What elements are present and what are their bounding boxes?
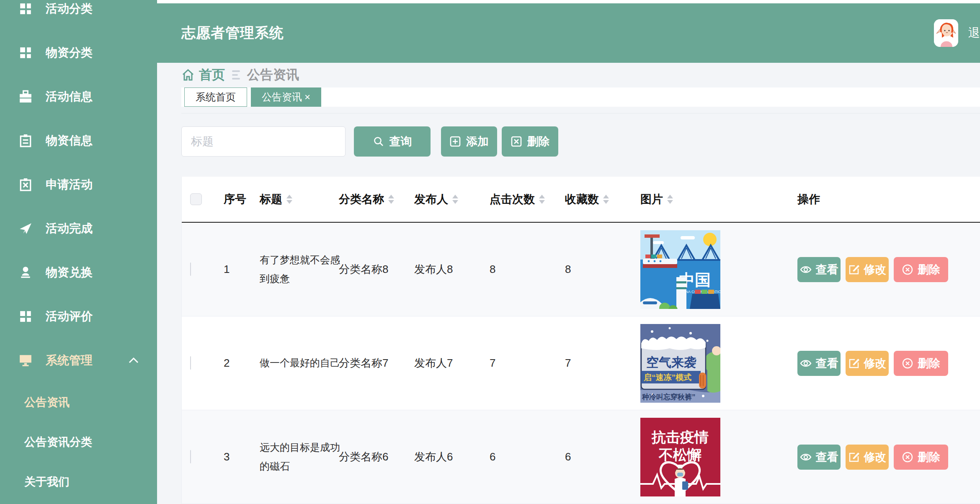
circle-x-icon (902, 264, 913, 275)
grid-icon (19, 46, 32, 59)
breadcrumb-separator-icon (232, 70, 240, 80)
query-button[interactable]: 查询 (354, 126, 431, 157)
cell-clicks: 8 (485, 263, 560, 276)
home-icon (181, 68, 195, 82)
col-header-category[interactable]: 分类名称 (334, 192, 409, 207)
tab-announcements[interactable]: 公告资讯 × (251, 87, 321, 107)
cell-index: 1 (219, 263, 255, 276)
page-title: 志愿者管理系统 (181, 23, 284, 43)
breadcrumb: 首页 公告资讯 (157, 63, 980, 87)
row-checkbox[interactable] (190, 262, 191, 276)
sidebar-item-label: 物资兑换 (46, 265, 93, 280)
sidebar-item-label: 活动分类 (46, 1, 93, 17)
sort-arrows-icon[interactable] (603, 195, 609, 204)
tab-bar: 系统首页 公告资讯 × (181, 87, 980, 107)
tab-system-home[interactable]: 系统首页 (184, 87, 247, 107)
col-header-clicks[interactable]: 点击次数 (485, 192, 560, 207)
cell-index: 3 (219, 450, 255, 463)
add-button[interactable]: 添加 (441, 126, 497, 157)
eye-icon (800, 451, 812, 463)
col-header-image[interactable]: 图片 (635, 192, 792, 207)
svg-text:种冷叫忘穿秋裤”: 种冷叫忘穿秋裤” (642, 393, 696, 401)
row-checkbox[interactable] (190, 450, 191, 463)
col-header-index: 序号 (219, 192, 255, 207)
sidebar-subitem-about-us[interactable]: 关于我们 (0, 462, 157, 501)
cell-actions: 查看 修改 删除 (792, 257, 980, 282)
delete-row-button[interactable]: 删除 (894, 445, 948, 470)
circle-x-icon (902, 357, 913, 369)
sidebar-subitem-announcements[interactable]: 公告资讯 (0, 382, 157, 422)
select-all-checkbox[interactable] (190, 193, 202, 205)
sort-arrows-icon[interactable] (388, 195, 394, 204)
view-button[interactable]: 查看 (797, 445, 841, 470)
announcement-image-covid[interactable]: 抗击疫情 不松懈 (640, 418, 720, 496)
col-header-publisher[interactable]: 发布人 (409, 192, 485, 207)
sidebar-item-label: 申请活动 (46, 177, 93, 193)
top-strip (157, 0, 980, 3)
circle-x-icon (902, 451, 913, 463)
table-header-row: 序号 标题 分类名称 发布人 点击次数 收藏数 图片 操作 (182, 177, 980, 223)
cell-title: 远大的目标是成功的磁石 (255, 438, 334, 476)
breadcrumb-current: 公告资讯 (247, 66, 299, 84)
add-button-label: 添加 (466, 134, 489, 149)
clipboard-icon (19, 134, 32, 147)
sidebar-subitem-label: 关于我们 (24, 474, 70, 489)
logout-link[interactable]: 退 (968, 25, 980, 41)
person-icon (19, 266, 32, 279)
sidebar-menu: 活动分类 物资分类 活动信息 物资信息 申请活动 活动完成 (0, 0, 157, 501)
sidebar-item-activity-review[interactable]: 活动评价 (0, 294, 157, 338)
sidebar-item-material-exchange[interactable]: 物资兑换 (0, 250, 157, 294)
sidebar-item-label: 活动完成 (46, 221, 93, 237)
sort-arrows-icon[interactable] (452, 195, 458, 204)
delete-button-label: 删除 (527, 134, 550, 149)
cell-publisher: 发布人7 (409, 356, 485, 370)
avatar[interactable] (934, 19, 958, 47)
delete-row-button[interactable]: 删除 (894, 257, 948, 282)
breadcrumb-home[interactable]: 首页 (181, 66, 225, 84)
sidebar-item-system-management[interactable]: 系统管理 (0, 338, 157, 382)
briefcase-icon (19, 90, 32, 103)
sidebar-item-apply-activity[interactable]: 申请活动 (0, 162, 157, 206)
announcement-image-harbor[interactable]: 中国 CHINA COMMUNICATIO (640, 230, 720, 309)
sidebar-item-material-info[interactable]: 物资信息 (0, 118, 157, 162)
sidebar-item-material-category[interactable]: 物资分类 (0, 31, 157, 75)
sidebar-subitem-announcement-categories[interactable]: 公告资讯分类 (0, 422, 157, 462)
announcement-image-cold-air[interactable]: 空气来袭 启“速冻”模式 种冷叫忘穿秋裤” (640, 324, 720, 403)
chevron-up-icon (128, 357, 139, 364)
delete-button[interactable]: 删除 (502, 126, 558, 157)
sort-arrows-icon[interactable] (539, 195, 545, 204)
sidebar-item-activity-complete[interactable]: 活动完成 (0, 206, 157, 250)
query-button-label: 查询 (389, 134, 412, 149)
cell-favorites: 7 (560, 357, 635, 370)
tab-close-icon[interactable]: × (304, 91, 310, 103)
table-row: 3 远大的目标是成功的磁石 分类名称6 发布人6 6 6 抗击疫情 不松懈 (182, 410, 980, 504)
edit-button[interactable]: 修改 (846, 445, 889, 470)
sort-arrows-icon[interactable] (286, 195, 292, 204)
cell-clicks: 6 (485, 450, 560, 463)
edit-button[interactable]: 修改 (846, 257, 889, 282)
avatar-girl-illustration (934, 19, 958, 47)
grid-icon (19, 2, 32, 15)
edit-button[interactable]: 修改 (846, 351, 889, 376)
col-header-title[interactable]: 标题 (255, 192, 334, 207)
sort-arrows-icon[interactable] (667, 195, 673, 204)
cell-category: 分类名称7 (334, 356, 409, 370)
delete-row-button[interactable]: 删除 (894, 351, 948, 376)
svg-text:启“速冻”模式: 启“速冻”模式 (643, 373, 691, 382)
sidebar-item-activity-info[interactable]: 活动信息 (0, 75, 157, 118)
title-search-input[interactable] (181, 126, 346, 157)
row-checkbox[interactable] (190, 356, 191, 370)
cell-publisher: 发布人6 (409, 450, 485, 464)
eye-icon (800, 357, 812, 369)
cell-index: 2 (219, 357, 255, 370)
table-row: 1 有了梦想就不会感到疲惫 分类名称8 发布人8 8 8 (182, 223, 980, 316)
right-column: 志愿者管理系统 退 (157, 0, 980, 504)
sidebar-item-activity-category[interactable]: 活动分类 (0, 0, 157, 31)
edit-icon (848, 264, 860, 275)
col-header-favorites[interactable]: 收藏数 (560, 192, 635, 207)
view-button[interactable]: 查看 (797, 257, 841, 282)
view-button[interactable]: 查看 (797, 351, 841, 376)
grid-icon (19, 310, 32, 323)
clipboard-x-icon (19, 178, 32, 191)
cell-publisher: 发布人8 (409, 262, 485, 277)
